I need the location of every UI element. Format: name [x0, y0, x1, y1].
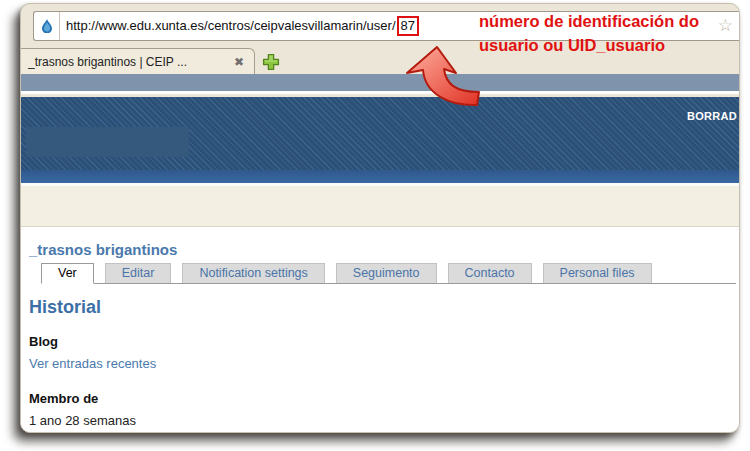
curved-red-arrow-icon [399, 42, 499, 172]
drupal-favicon-box [34, 12, 60, 40]
site-header-banner: BORRAD [21, 97, 739, 170]
site-logo-area [26, 127, 189, 157]
tab-title: _trasnos brigantinos | CEIP ... [28, 55, 187, 69]
annotation-line-2: usuario ou UID_usuario [479, 33, 699, 57]
member-since-label: Membro de [29, 391, 739, 406]
screenshot-canvas: http://www.edu.xunta.es/centros/ceipvale… [0, 0, 750, 451]
drupal-drop-icon [41, 19, 53, 33]
tab-notification-settings[interactable]: Notification settings [182, 263, 324, 283]
browser-tab[interactable]: _trasnos brigantinos | CEIP ... ✖ [20, 48, 255, 74]
tab-contacto[interactable]: Contacto [448, 263, 532, 283]
member-since-value: 1 ano 28 semanas [29, 413, 739, 428]
tab-ver[interactable]: Ver [41, 263, 94, 284]
tab-personal-files[interactable]: Personal files [543, 263, 652, 283]
draft-watermark-label: BORRAD [687, 110, 737, 122]
page-top-band [21, 74, 739, 94]
new-tab-button[interactable] [262, 53, 280, 71]
plus-icon [262, 53, 280, 71]
annotation-line-1: número de identificación do [479, 9, 699, 33]
tab-favicon-icon [20, 55, 22, 69]
tab-seguimento[interactable]: Seguimento [336, 263, 437, 283]
history-heading: Historial [29, 297, 739, 318]
empty-menu-band [21, 186, 739, 227]
bookmark-star-icon[interactable]: ☆ [718, 15, 733, 36]
profile-tabs: Ver Editar Notification settings Seguime… [41, 263, 736, 284]
page-content: _trasnos brigantinos Ver Editar Notifica… [21, 227, 739, 432]
annotation-note: número de identificación do usuario ou U… [479, 9, 699, 57]
tab-editar[interactable]: Editar [105, 263, 172, 283]
browser-window: http://www.edu.xunta.es/centros/ceipvale… [20, 3, 740, 433]
tab-close-icon[interactable]: ✖ [234, 55, 244, 69]
header-bottom-band [21, 170, 739, 183]
recent-entries-link[interactable]: Ver entradas recentes [29, 356, 739, 371]
url-prefix: http://www.edu.xunta.es/centros/ceipvale… [66, 18, 396, 33]
profile-title: _trasnos brigantinos [29, 241, 739, 258]
blog-label: Blog [29, 334, 739, 349]
uid-highlight-box: 87 [397, 16, 419, 36]
url-text: http://www.edu.xunta.es/centros/ceipvale… [60, 16, 419, 36]
